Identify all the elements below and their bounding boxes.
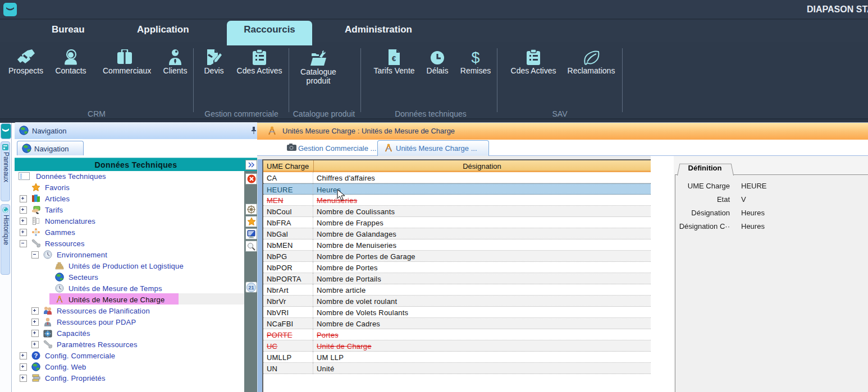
svg-text:21: 21: [248, 285, 254, 290]
svg-text:€: €: [392, 54, 396, 63]
svg-text:$: $: [471, 49, 479, 65]
svg-text:?: ?: [34, 352, 38, 359]
